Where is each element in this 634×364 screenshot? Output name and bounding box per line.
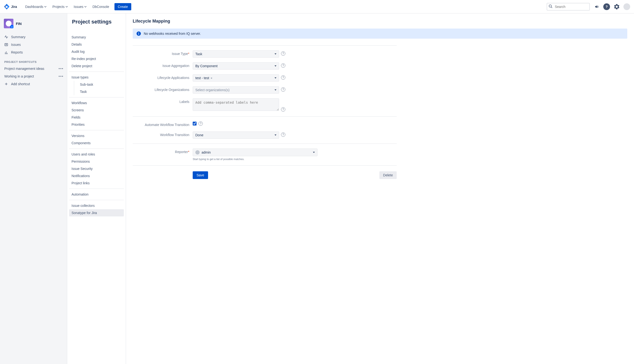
settings-item-audit-log[interactable]: Audit log — [69, 48, 124, 55]
settings-item-details[interactable]: Details — [69, 41, 124, 48]
issue-type-select[interactable]: Task — [193, 50, 279, 58]
help-icon[interactable]: ? — [281, 75, 285, 80]
reporter-hint: Start typing to get a list of possible m… — [193, 158, 318, 160]
settings-item-notifications[interactable]: Notifications — [69, 172, 124, 180]
jira-logo[interactable]: Jira — [4, 4, 17, 10]
automate-checkbox[interactable] — [193, 122, 196, 126]
shortcut-item-working[interactable]: Working in a project ••• — [2, 72, 65, 80]
settings-item-versions[interactable]: Versions — [69, 132, 124, 140]
remove-tag-icon[interactable]: × — [211, 76, 212, 80]
settings-item-issue-collectors[interactable]: Issue collectors — [69, 202, 124, 209]
chevron-down-icon — [84, 6, 87, 8]
settings-item-automation[interactable]: Automation — [69, 191, 124, 198]
project-sidebar: ≡ FIN Summary Issues Reports PROJECT SHO… — [0, 14, 67, 364]
settings-item-fields[interactable]: Fields — [69, 114, 124, 121]
settings-item-priorities[interactable]: Priorities — [69, 121, 124, 128]
more-icon[interactable]: ••• — [58, 67, 64, 70]
info-icon — [136, 32, 141, 36]
settings-item-summary[interactable]: Summary — [69, 34, 124, 41]
row-issue-type: Issue Type* Task ? — [133, 48, 397, 60]
row-labels: Labels ? — [133, 96, 397, 114]
settings-item-components[interactable]: Components — [69, 140, 124, 146]
nav-dashboards[interactable]: Dashboards — [23, 3, 49, 10]
settings-item-project-links[interactable]: Project links — [69, 180, 124, 187]
issue-type-value: Task — [195, 52, 202, 56]
settings-item-reindex[interactable]: Re-index project — [69, 55, 124, 62]
settings-item-sonatype[interactable]: Sonatype for Jira — [69, 209, 124, 216]
nav-dbconsole[interactable]: DbConsole — [90, 3, 111, 10]
settings-item-users-roles[interactable]: Users and roles — [69, 151, 124, 158]
lifecycle-form: Issue Type* Task ? Issue Aggregation By … — [133, 45, 397, 179]
help-icon[interactable]: ? — [603, 3, 610, 10]
row-reporter: Reporter* admin Start typing to get a li… — [133, 146, 397, 163]
help-icon[interactable]: ? — [281, 107, 285, 112]
brand-text: Jira — [11, 5, 17, 9]
pulse-icon — [4, 35, 8, 39]
reporter-label: Reporter — [175, 150, 188, 154]
delete-button[interactable]: Delete — [380, 171, 397, 179]
settings-gear-icon[interactable] — [613, 3, 620, 10]
aggregation-select[interactable]: By Component — [193, 62, 279, 70]
info-banner: No webhooks received from IQ server. — [133, 28, 627, 39]
chevron-down-icon — [44, 6, 46, 8]
help-icon[interactable]: ? — [281, 63, 285, 68]
nav-issues[interactable]: Issues — [71, 3, 89, 10]
plus-icon — [4, 82, 8, 86]
queue-icon — [4, 43, 8, 46]
user-avatar[interactable] — [624, 3, 630, 10]
banner-text: No webhooks received from IQ server. — [144, 32, 201, 36]
tag-label: test - test — [195, 76, 209, 80]
application-tag: test - test × — [195, 76, 212, 80]
row-aggregation: Issue Aggregation By Component ? — [133, 60, 397, 72]
settings-group-issue-types[interactable]: Issue types — [69, 74, 124, 81]
sidebar-label: Reports — [11, 50, 23, 54]
settings-item-permissions[interactable]: Permissions — [69, 158, 124, 165]
settings-list: Summary Details Audit log Re-index proje… — [67, 30, 126, 220]
feedback-icon[interactable] — [593, 3, 600, 10]
settings-title: Project settings — [67, 14, 126, 30]
sidebar-reports[interactable]: Reports — [2, 48, 65, 56]
reporter-picker[interactable]: admin — [193, 148, 318, 156]
search-input[interactable] — [547, 3, 590, 10]
applications-label: Lifecycle Applications — [158, 76, 189, 80]
row-organizations: Lifecycle Organizations Select organizat… — [133, 84, 397, 96]
settings-item-workflows[interactable]: Workflows — [69, 99, 124, 106]
add-shortcut-button[interactable]: Add shortcut — [2, 80, 65, 88]
nav-label: Projects — [52, 5, 64, 9]
chart-icon — [4, 50, 8, 54]
save-button[interactable]: Save — [193, 171, 208, 179]
help-icon[interactable]: ? — [198, 122, 203, 126]
settings-item-task[interactable]: Task — [78, 88, 124, 95]
settings-item-delete-project[interactable]: Delete project — [69, 62, 124, 70]
sidebar-label: Summary — [11, 35, 26, 39]
reporter-value: admin — [202, 150, 211, 154]
settings-item-screens[interactable]: Screens — [69, 106, 124, 114]
row-transition: Workflow Transition Done ? — [133, 129, 397, 141]
project-header[interactable]: ≡ FIN — [2, 17, 65, 33]
applications-multiselect[interactable]: test - test × — [193, 74, 279, 82]
nav-label: Issues — [74, 5, 83, 9]
user-avatar-icon — [195, 150, 200, 154]
sidebar-issues[interactable]: Issues — [2, 41, 65, 48]
help-icon[interactable]: ? — [281, 87, 285, 92]
settings-sidebar: Project settings Summary Details Audit l… — [67, 14, 126, 364]
labels-textarea[interactable] — [193, 98, 279, 111]
help-icon[interactable]: ? — [281, 132, 285, 137]
more-icon[interactable]: ••• — [58, 74, 64, 78]
svg-point-0 — [549, 5, 552, 7]
organizations-multiselect[interactable]: Select organizations(s) — [193, 86, 279, 94]
settings-item-subtask[interactable]: Sub-task — [78, 81, 124, 88]
form-actions: Save Delete — [133, 168, 397, 179]
transition-select[interactable]: Done — [193, 132, 279, 139]
create-button[interactable]: Create — [114, 3, 131, 10]
main-content: Lifecycle Mapping No webhooks received f… — [126, 14, 634, 364]
svg-rect-6 — [138, 33, 139, 35]
project-type-badge-icon: ≡ — [10, 25, 14, 28]
nav-projects[interactable]: Projects — [50, 3, 70, 10]
settings-item-issue-security[interactable]: Issue Security — [69, 165, 124, 172]
search-wrapper — [547, 3, 590, 10]
sidebar-summary[interactable]: Summary — [2, 33, 65, 41]
chevron-down-icon — [66, 6, 68, 8]
help-icon[interactable]: ? — [281, 51, 285, 56]
shortcut-item-pm-ideas[interactable]: Project management ideas ••• — [2, 65, 65, 72]
